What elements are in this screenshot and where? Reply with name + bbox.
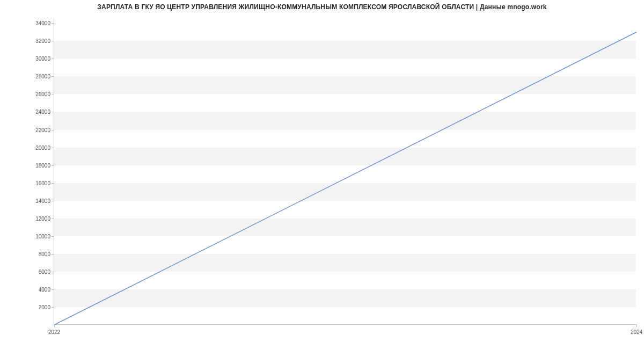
chart-line (54, 19, 636, 324)
y-tick-mark (52, 165, 54, 166)
y-tick-label: 20000 (25, 144, 50, 150)
y-tick-label: 2000 (25, 304, 50, 310)
y-tick-label: 12000 (25, 215, 50, 221)
y-tick-mark (52, 130, 54, 130)
y-tick-mark (52, 94, 54, 94)
y-tick-label: 24000 (25, 109, 50, 115)
y-tick-label: 6000 (25, 268, 50, 274)
y-tick-mark (52, 41, 54, 41)
y-tick-label: 32000 (25, 38, 50, 44)
x-tick-label: 2022 (48, 329, 60, 335)
y-tick-mark (52, 236, 54, 237)
y-tick-label: 14000 (25, 198, 50, 203)
y-tick-label: 30000 (25, 56, 50, 62)
x-tick-mark (54, 324, 55, 327)
y-tick-mark (52, 289, 54, 290)
y-tick-label: 18000 (25, 162, 50, 168)
y-tick-label: 28000 (25, 74, 50, 79)
line-chart: ЗАРПЛАТА В ГКУ ЯО ЦЕНТР УПРАВЛЕНИЯ ЖИЛИЩ… (0, 0, 644, 349)
y-tick-label: 10000 (25, 233, 50, 239)
plot-area: 2000400060008000100001200014000160001800… (54, 19, 636, 325)
y-tick-mark (52, 23, 54, 24)
x-tick-mark (636, 324, 637, 327)
y-tick-mark (52, 148, 54, 148)
y-tick-label: 22000 (25, 127, 50, 133)
chart-title: ЗАРПЛАТА В ГКУ ЯО ЦЕНТР УПРАВЛЕНИЯ ЖИЛИЩ… (0, 3, 644, 11)
y-tick-mark (52, 307, 54, 308)
y-tick-mark (52, 183, 54, 184)
y-tick-label: 34000 (25, 20, 50, 26)
y-tick-mark (52, 59, 54, 59)
y-tick-label: 26000 (25, 91, 50, 97)
y-tick-mark (52, 201, 54, 201)
y-tick-mark (52, 112, 54, 112)
y-tick-label: 16000 (25, 180, 50, 186)
x-tick-label: 2024 (631, 329, 642, 335)
y-tick-mark (52, 272, 54, 272)
y-tick-label: 4000 (25, 286, 50, 292)
y-tick-label: 8000 (25, 251, 50, 257)
y-tick-mark (52, 219, 54, 219)
y-tick-mark (52, 76, 54, 77)
y-tick-mark (52, 254, 54, 255)
